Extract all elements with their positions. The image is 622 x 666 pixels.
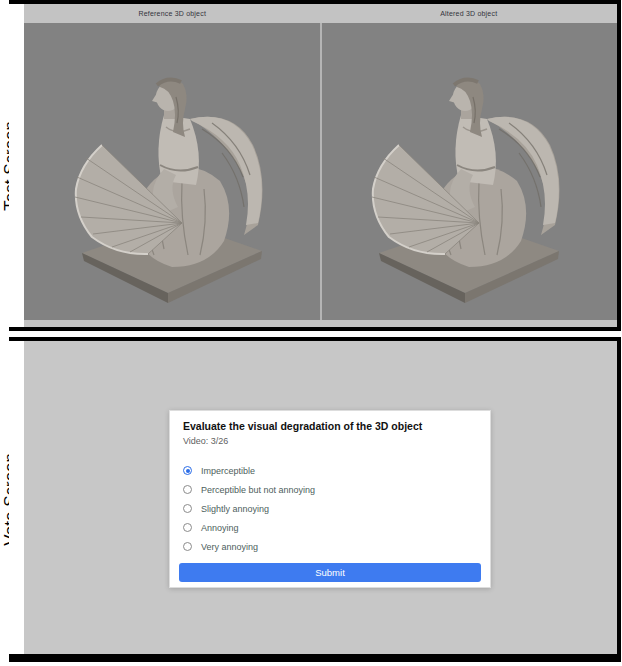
radio-button-icon[interactable] xyxy=(183,466,192,475)
option-label: Very annoying xyxy=(201,542,258,552)
altered-object-label: Altered 3D object xyxy=(321,10,618,17)
viewer-footer-bar xyxy=(24,320,617,327)
radio-button-icon[interactable] xyxy=(183,504,192,513)
radio-button-icon[interactable] xyxy=(183,523,192,532)
radio-button-icon[interactable] xyxy=(183,485,192,494)
figure-root: Test Screen Reference 3D object Altered … xyxy=(0,0,622,666)
viewer-header-bar: Reference 3D object Altered 3D object xyxy=(24,4,617,23)
test-screen-panel: Reference 3D object Altered 3D object xyxy=(9,0,621,331)
reference-statue-render xyxy=(72,57,272,307)
video-progress-label: Video: 3/26 xyxy=(183,436,477,446)
option-annoying[interactable]: Annoying xyxy=(183,518,477,537)
rating-option-group: Imperceptible Perceptible but not annoyi… xyxy=(183,461,477,556)
option-imperceptible[interactable]: Imperceptible xyxy=(183,461,477,480)
option-label: Perceptible but not annoying xyxy=(201,485,315,495)
altered-render-pane[interactable] xyxy=(322,23,618,320)
dialog-title: Evaluate the visual degradation of the 3… xyxy=(183,420,477,432)
altered-statue-render xyxy=(369,57,569,307)
render-viewport xyxy=(24,23,617,320)
submit-button[interactable]: Submit xyxy=(179,563,481,582)
vote-dialog: Evaluate the visual degradation of the 3… xyxy=(169,410,491,588)
radio-button-icon[interactable] xyxy=(183,542,192,551)
option-label: Imperceptible xyxy=(201,466,255,476)
reference-render-pane[interactable] xyxy=(24,23,320,320)
test-screen-window: Reference 3D object Altered 3D object xyxy=(24,4,617,327)
reference-object-label: Reference 3D object xyxy=(24,10,321,17)
option-very-annoying[interactable]: Very annoying xyxy=(183,537,477,556)
option-label: Slightly annoying xyxy=(201,504,269,514)
option-perceptible-not-annoying[interactable]: Perceptible but not annoying xyxy=(183,480,477,499)
option-slightly-annoying[interactable]: Slightly annoying xyxy=(183,499,477,518)
option-label: Annoying xyxy=(201,523,239,533)
